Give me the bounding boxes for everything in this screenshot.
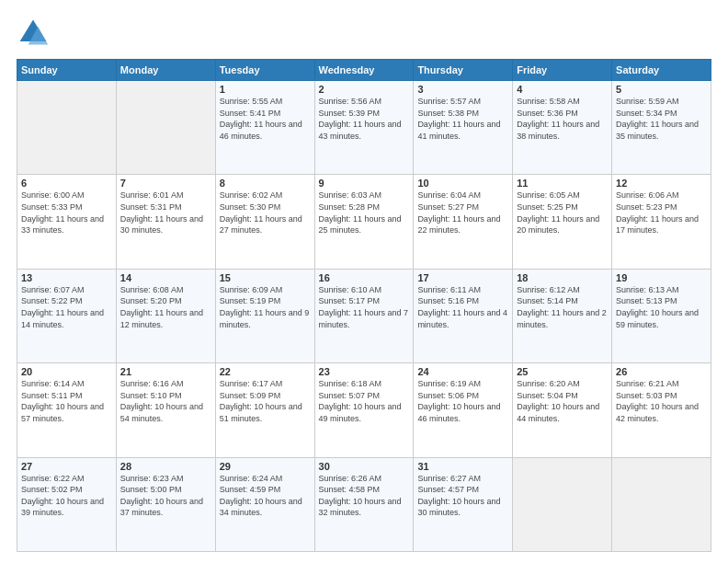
daylight-label: Daylight: 11 hours and 4 minutes. xyxy=(417,308,507,329)
calendar-day-cell: 23 Sunrise: 6:18 AM Sunset: 5:07 PM Dayl… xyxy=(314,363,414,457)
calendar-day-cell: 31 Sunrise: 6:27 AM Sunset: 4:57 PM Dayl… xyxy=(414,457,513,551)
sunrise-label: Sunrise: 6:04 AM xyxy=(417,190,481,200)
day-number: 26 xyxy=(616,366,707,377)
sunrise-label: Sunrise: 6:06 AM xyxy=(616,190,679,200)
day-number: 11 xyxy=(517,178,608,189)
daylight-label: Daylight: 10 hours and 32 minutes. xyxy=(319,497,402,518)
calendar-week-row: 20 Sunrise: 6:14 AM Sunset: 5:11 PM Dayl… xyxy=(17,363,711,457)
daylight-label: Daylight: 10 hours and 30 minutes. xyxy=(417,497,500,518)
daylight-label: Daylight: 10 hours and 49 minutes. xyxy=(319,402,402,423)
sunrise-label: Sunrise: 6:13 AM xyxy=(616,285,679,294)
sunrise-label: Sunrise: 6:03 AM xyxy=(319,190,382,200)
day-detail: Sunrise: 6:10 AM Sunset: 5:17 PM Dayligh… xyxy=(319,284,410,330)
sunrise-label: Sunrise: 6:26 AM xyxy=(319,474,382,483)
daylight-label: Daylight: 10 hours and 39 minutes. xyxy=(21,497,104,518)
day-number: 28 xyxy=(120,461,211,472)
calendar-header-row: SundayMondayTuesdayWednesdayThursdayFrid… xyxy=(17,60,711,81)
day-detail: Sunrise: 6:26 AM Sunset: 4:58 PM Dayligh… xyxy=(319,473,410,519)
sunrise-label: Sunrise: 6:08 AM xyxy=(120,285,184,294)
sunset-label: Sunset: 5:20 PM xyxy=(120,296,182,305)
day-number: 2 xyxy=(319,84,410,95)
sunset-label: Sunset: 5:27 PM xyxy=(417,202,479,212)
day-detail: Sunrise: 6:02 AM Sunset: 5:30 PM Dayligh… xyxy=(220,190,311,236)
calendar-day-cell: 10 Sunrise: 6:04 AM Sunset: 5:27 PM Dayl… xyxy=(414,175,513,269)
day-detail: Sunrise: 6:22 AM Sunset: 5:02 PM Dayligh… xyxy=(21,473,112,519)
day-number: 3 xyxy=(417,84,508,95)
day-detail: Sunrise: 6:08 AM Sunset: 5:20 PM Dayligh… xyxy=(120,284,211,330)
day-detail: Sunrise: 6:05 AM Sunset: 5:25 PM Dayligh… xyxy=(517,190,608,236)
calendar-day-cell: 26 Sunrise: 6:21 AM Sunset: 5:03 PM Dayl… xyxy=(612,363,711,457)
sunset-label: Sunset: 5:02 PM xyxy=(21,485,83,494)
day-detail: Sunrise: 6:00 AM Sunset: 5:33 PM Dayligh… xyxy=(21,190,112,236)
day-number: 19 xyxy=(616,272,707,283)
sunset-label: Sunset: 5:28 PM xyxy=(319,202,381,212)
sunset-label: Sunset: 5:39 PM xyxy=(319,109,381,118)
day-number: 25 xyxy=(517,366,608,377)
sunrise-label: Sunrise: 6:11 AM xyxy=(417,285,481,294)
day-number: 1 xyxy=(220,84,311,95)
sunset-label: Sunset: 5:11 PM xyxy=(21,391,83,400)
sunset-label: Sunset: 5:16 PM xyxy=(417,296,479,305)
daylight-label: Daylight: 11 hours and 46 minutes. xyxy=(220,120,302,141)
calendar-day-cell: 11 Sunrise: 6:05 AM Sunset: 5:25 PM Dayl… xyxy=(513,175,612,269)
day-number: 4 xyxy=(517,84,608,95)
sunset-label: Sunset: 5:04 PM xyxy=(517,391,578,400)
day-number: 29 xyxy=(220,461,311,472)
daylight-label: Daylight: 11 hours and 43 minutes. xyxy=(319,120,402,141)
daylight-label: Daylight: 10 hours and 46 minutes. xyxy=(417,402,500,423)
sunrise-label: Sunrise: 6:02 AM xyxy=(220,190,283,200)
daylight-label: Daylight: 11 hours and 9 minutes. xyxy=(220,308,310,329)
sunrise-label: Sunrise: 6:19 AM xyxy=(417,379,481,388)
day-detail: Sunrise: 6:21 AM Sunset: 5:03 PM Dayligh… xyxy=(616,378,707,424)
calendar-day-cell: 7 Sunrise: 6:01 AM Sunset: 5:31 PM Dayli… xyxy=(116,175,215,269)
calendar-week-row: 13 Sunrise: 6:07 AM Sunset: 5:22 PM Dayl… xyxy=(17,269,711,362)
sunrise-label: Sunrise: 5:55 AM xyxy=(220,97,283,106)
daylight-label: Daylight: 10 hours and 44 minutes. xyxy=(517,402,599,423)
daylight-label: Daylight: 11 hours and 17 minutes. xyxy=(616,214,699,236)
sunset-label: Sunset: 5:25 PM xyxy=(517,202,578,212)
calendar-week-row: 1 Sunrise: 5:55 AM Sunset: 5:41 PM Dayli… xyxy=(17,81,711,175)
sunrise-label: Sunrise: 6:09 AM xyxy=(220,285,283,294)
daylight-label: Daylight: 10 hours and 42 minutes. xyxy=(616,402,699,423)
day-detail: Sunrise: 6:17 AM Sunset: 5:09 PM Dayligh… xyxy=(220,378,311,424)
sunset-label: Sunset: 5:14 PM xyxy=(517,296,578,305)
day-number: 23 xyxy=(319,366,410,377)
sunset-label: Sunset: 5:41 PM xyxy=(220,109,281,118)
sunrise-label: Sunrise: 5:58 AM xyxy=(517,97,580,106)
sunset-label: Sunset: 5:23 PM xyxy=(616,202,677,212)
sunrise-label: Sunrise: 6:24 AM xyxy=(220,474,283,483)
sunrise-label: Sunrise: 6:12 AM xyxy=(517,285,580,294)
day-detail: Sunrise: 6:06 AM Sunset: 5:23 PM Dayligh… xyxy=(616,190,707,236)
day-number: 31 xyxy=(417,461,508,472)
calendar-day-cell xyxy=(17,81,117,175)
sunset-label: Sunset: 5:03 PM xyxy=(616,391,677,400)
day-number: 5 xyxy=(616,84,707,95)
day-detail: Sunrise: 6:16 AM Sunset: 5:10 PM Dayligh… xyxy=(120,378,211,424)
day-number: 27 xyxy=(21,461,112,472)
day-detail: Sunrise: 6:13 AM Sunset: 5:13 PM Dayligh… xyxy=(616,284,707,330)
day-number: 10 xyxy=(417,178,508,189)
calendar-day-cell: 28 Sunrise: 6:23 AM Sunset: 5:00 PM Dayl… xyxy=(116,457,215,551)
day-detail: Sunrise: 6:24 AM Sunset: 4:59 PM Dayligh… xyxy=(220,473,311,519)
calendar-day-cell: 14 Sunrise: 6:08 AM Sunset: 5:20 PM Dayl… xyxy=(116,269,215,362)
logo-icon xyxy=(17,17,50,50)
daylight-label: Daylight: 10 hours and 54 minutes. xyxy=(120,402,203,423)
day-detail: Sunrise: 5:57 AM Sunset: 5:38 PM Dayligh… xyxy=(417,96,508,142)
day-number: 9 xyxy=(319,178,410,189)
sunset-label: Sunset: 5:38 PM xyxy=(417,109,479,118)
calendar-day-cell xyxy=(513,457,612,551)
sunset-label: Sunset: 4:57 PM xyxy=(417,485,479,494)
calendar-day-cell: 22 Sunrise: 6:17 AM Sunset: 5:09 PM Dayl… xyxy=(215,363,314,457)
day-number: 22 xyxy=(220,366,311,377)
sunset-label: Sunset: 5:30 PM xyxy=(220,202,281,212)
calendar-day-cell: 16 Sunrise: 6:10 AM Sunset: 5:17 PM Dayl… xyxy=(314,269,414,362)
daylight-label: Daylight: 11 hours and 7 minutes. xyxy=(319,308,409,329)
day-number: 18 xyxy=(517,272,608,283)
sunset-label: Sunset: 5:13 PM xyxy=(616,296,677,305)
day-detail: Sunrise: 5:55 AM Sunset: 5:41 PM Dayligh… xyxy=(220,96,311,142)
daylight-label: Daylight: 11 hours and 38 minutes. xyxy=(517,120,599,141)
daylight-label: Daylight: 10 hours and 37 minutes. xyxy=(120,497,203,518)
day-detail: Sunrise: 6:01 AM Sunset: 5:31 PM Dayligh… xyxy=(120,190,211,236)
day-detail: Sunrise: 6:12 AM Sunset: 5:14 PM Dayligh… xyxy=(517,284,608,330)
sunrise-label: Sunrise: 6:05 AM xyxy=(517,190,580,200)
